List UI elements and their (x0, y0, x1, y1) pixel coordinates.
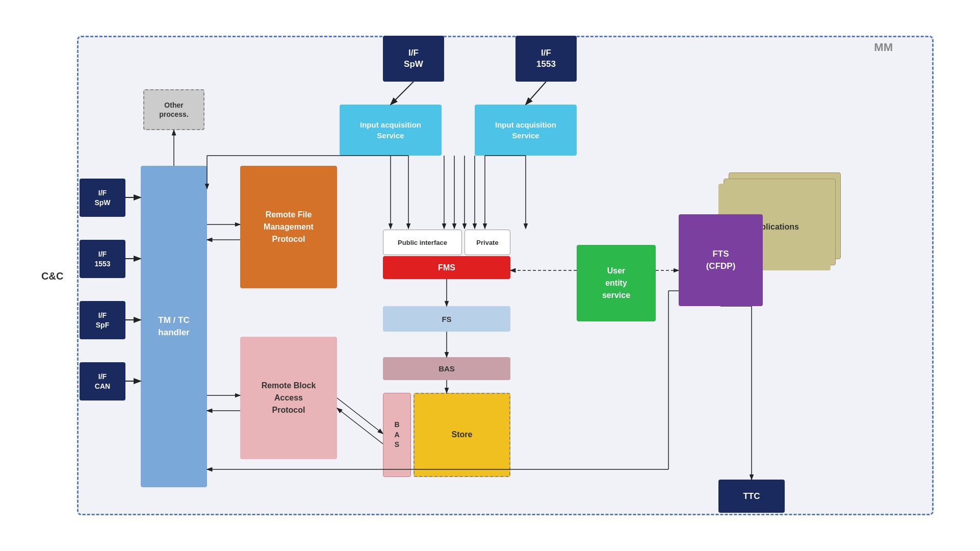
fms-block: FMS (383, 256, 510, 279)
tm-tc-handler: TM / TChandler (141, 166, 207, 487)
store-block: Store (414, 393, 510, 477)
if-1553-top: I/F1553 (515, 36, 577, 82)
mm-label: MM (874, 41, 893, 54)
user-entity-service: Userentityservice (577, 245, 656, 321)
remote-file-protocol: Remote FileManagementProtocol (240, 166, 337, 288)
if-spw-left: I/FSpW (80, 179, 125, 217)
bas-bar: BAS (383, 357, 510, 380)
input-acq-2: Input acquisitionService (475, 105, 577, 156)
if-spf-left: I/FSpF (80, 301, 125, 339)
fs-block: FS (383, 306, 510, 332)
input-acq-1: Input acquisitionService (340, 105, 442, 156)
other-process: Otherprocess. (143, 89, 204, 130)
if-1553-left: I/F1553 (80, 240, 125, 278)
private-box: Private (465, 230, 510, 255)
ttc-block: TTC (718, 480, 785, 513)
remote-block-protocol: Remote BlockAccessProtocol (240, 337, 337, 459)
fts-cfdp: FTS(CFDP) (679, 214, 763, 306)
if-can-left: I/FCAN (80, 362, 125, 400)
if-spw-top: I/FSpW (383, 36, 444, 82)
diagram-container: MM C&C I/FSpW I/F1553 Input acquisitionS… (26, 20, 954, 531)
cc-label: C&C (41, 270, 63, 282)
public-interface: Public interface (383, 230, 462, 255)
bas-small: BAS (383, 393, 411, 477)
